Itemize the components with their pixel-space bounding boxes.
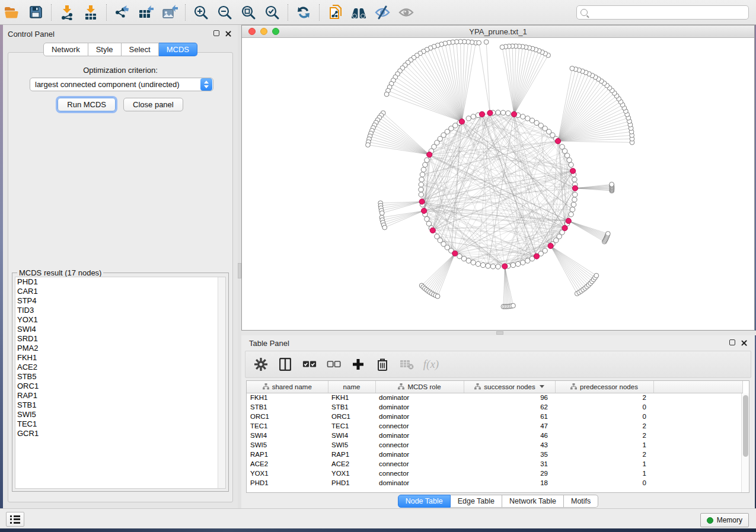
table-cell[interactable]: SWI4	[328, 431, 375, 440]
graph-node[interactable]	[419, 192, 423, 197]
table-cell[interactable]: dominator	[375, 393, 464, 402]
graph-node[interactable]	[457, 254, 462, 258]
graph-node[interactable]	[366, 143, 371, 148]
table-row[interactable]: TEC1TEC1connector472	[247, 421, 742, 431]
graph-node[interactable]	[425, 217, 429, 222]
minimize-window-icon[interactable]	[260, 28, 267, 35]
close-panel-icon[interactable]	[225, 30, 232, 37]
table-cell[interactable]: YOX1	[328, 469, 375, 478]
export-network-icon[interactable]	[112, 2, 132, 23]
table-cell[interactable]: 2	[555, 431, 653, 440]
table-cell[interactable]: 1	[555, 440, 653, 450]
graph-node[interactable]	[560, 145, 564, 149]
mcds-result-item[interactable]: STB1	[15, 400, 225, 410]
table-cell[interactable]: SWI5	[328, 440, 375, 450]
column-header-name[interactable]: name	[328, 381, 375, 393]
graph-node[interactable]	[570, 207, 575, 211]
mcds-result-item[interactable]: TEC1	[15, 419, 225, 429]
deselect-all-icon[interactable]	[327, 357, 341, 371]
table-row[interactable]: ORC1ORC1dominator610	[247, 412, 742, 421]
table-scrollbar-thumb[interactable]	[743, 395, 748, 457]
graph-hub-node[interactable]	[572, 185, 578, 191]
import-table-icon[interactable]	[81, 2, 101, 23]
table-cell[interactable]: 1	[555, 469, 653, 478]
graph-hub-node[interactable]	[419, 199, 425, 204]
graph-node[interactable]	[496, 264, 500, 269]
graph-node[interactable]	[477, 40, 481, 45]
graph-node[interactable]	[573, 192, 578, 197]
table-cell[interactable]: dominator	[375, 478, 464, 488]
table-cell[interactable]: STB1	[247, 402, 328, 412]
column-header-successor-nodes[interactable]: successor nodes	[464, 381, 555, 393]
open-file-icon[interactable]	[2, 2, 22, 23]
mcds-result-item[interactable]: TID3	[15, 306, 225, 315]
tab-style[interactable]: Style	[88, 43, 122, 56]
column-header-shared-name[interactable]: shared name	[247, 381, 328, 393]
tab-motifs[interactable]: Motifs	[564, 495, 598, 508]
graph-node[interactable]	[490, 264, 495, 269]
graph-node[interactable]	[384, 92, 389, 97]
table-cell[interactable]: 31	[464, 459, 555, 469]
zoom-fit-icon[interactable]	[238, 2, 259, 23]
graph-node[interactable]	[511, 303, 516, 308]
tab-select[interactable]: Select	[122, 43, 159, 56]
graph-node[interactable]	[425, 158, 429, 162]
mcds-result-item[interactable]: FKH1	[15, 353, 225, 363]
mcds-result-list[interactable]: PHD1CAR1STP4TID3YOX1SWI4SRD1PMA2FKH1ACE2…	[15, 277, 226, 489]
show-panels-icon[interactable]	[396, 2, 416, 23]
graph-node[interactable]	[525, 116, 530, 121]
graph-hub-node[interactable]	[548, 243, 553, 248]
close-panel-icon[interactable]	[741, 339, 748, 347]
graph-node[interactable]	[419, 182, 423, 187]
tab-node-table[interactable]: Node Table	[398, 495, 451, 508]
table-cell[interactable]: ORC1	[328, 412, 375, 421]
mcds-result-item[interactable]: STB5	[15, 372, 225, 382]
splitter-grip[interactable]	[496, 331, 503, 335]
tab-edge-table[interactable]: Edge Table	[451, 495, 502, 508]
table-scrollbar[interactable]	[741, 393, 749, 492]
table-cell[interactable]: 43	[464, 440, 555, 450]
graph-node[interactable]	[419, 187, 423, 192]
split-panel-icon[interactable]	[278, 357, 292, 371]
search-network-icon[interactable]	[349, 2, 369, 23]
float-panel-icon[interactable]	[213, 30, 219, 36]
export-image-icon[interactable]	[160, 2, 180, 23]
table-cell[interactable]: connector	[375, 459, 464, 469]
search-box[interactable]	[576, 5, 749, 20]
table-cell[interactable]: 1	[555, 459, 653, 469]
graph-hub-node[interactable]	[562, 225, 567, 230]
graph-node[interactable]	[534, 120, 539, 125]
table-cell[interactable]: 0	[555, 402, 653, 412]
table-cell[interactable]: dominator	[375, 431, 464, 440]
graph-node[interactable]	[506, 111, 511, 116]
graph-node[interactable]	[521, 114, 525, 119]
table-cell[interactable]: 0	[555, 412, 653, 421]
graph-node[interactable]	[419, 177, 424, 182]
table-row[interactable]: SWI5SWI5connector431	[247, 440, 742, 450]
table-cell[interactable]: SWI4	[247, 431, 328, 440]
column-header-predecessor-nodes[interactable]: predecessor nodes	[555, 381, 653, 393]
graph-hub-node[interactable]	[487, 110, 493, 116]
graph-hub-node[interactable]	[479, 111, 484, 117]
table-cell[interactable]: 46	[464, 431, 555, 440]
mcds-list-scrollbar[interactable]	[218, 277, 225, 488]
table-row[interactable]: STB1STB1dominator620	[247, 402, 742, 412]
table-row[interactable]: SWI4SWI4dominator462	[247, 431, 742, 440]
graph-hub-node[interactable]	[421, 208, 426, 213]
float-panel-icon[interactable]	[729, 339, 735, 345]
graph-node[interactable]	[420, 172, 425, 177]
table-cell[interactable]: PHD1	[247, 478, 328, 488]
table-cell[interactable]: 2	[555, 393, 653, 402]
run-mcds-button[interactable]: Run MCDS	[58, 98, 116, 111]
table-cell[interactable]: TEC1	[328, 421, 375, 431]
graph-node[interactable]	[511, 262, 515, 267]
network-canvas[interactable]	[242, 38, 754, 330]
graph-hub-node[interactable]	[555, 139, 560, 144]
graph-hub-node[interactable]	[534, 254, 539, 259]
graph-node[interactable]	[572, 177, 577, 182]
table-cell[interactable]: 61	[464, 412, 555, 421]
mcds-result-item[interactable]: SWI5	[15, 410, 225, 419]
graph-node[interactable]	[571, 202, 576, 207]
table-row[interactable]: FKH1FKH1dominator962	[247, 393, 742, 402]
graph-node[interactable]	[543, 248, 547, 253]
